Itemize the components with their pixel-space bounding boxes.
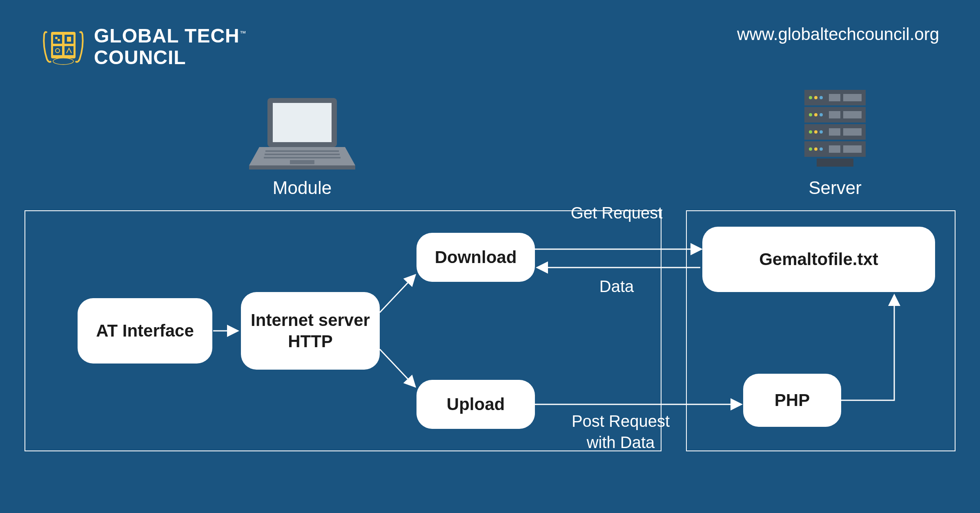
svg-point-27 — [809, 130, 812, 134]
svg-rect-40 — [843, 145, 862, 153]
svg-point-25 — [814, 113, 817, 116]
svg-rect-1 — [53, 35, 62, 44]
svg-rect-37 — [829, 128, 840, 136]
node-php: PHP — [743, 374, 841, 427]
svg-point-24 — [809, 113, 812, 116]
svg-point-30 — [809, 147, 812, 151]
svg-point-31 — [814, 147, 817, 151]
svg-rect-3 — [53, 46, 62, 55]
module-icon-group: Module — [245, 94, 359, 198]
logo-emblem-icon — [41, 25, 86, 69]
laptop-icon — [245, 94, 359, 172]
svg-point-32 — [820, 147, 823, 151]
svg-rect-14 — [264, 157, 341, 158]
logo-area: GLOBAL TECH™ COUNCIL — [41, 25, 247, 69]
header: GLOBAL TECH™ COUNCIL www.globaltechcounc… — [0, 0, 980, 69]
icons-row: Module Server — [0, 69, 980, 198]
logo-line1: GLOBAL TECH — [94, 25, 240, 47]
svg-rect-20 — [817, 158, 853, 167]
server-icon — [792, 86, 878, 172]
svg-rect-11 — [273, 103, 332, 142]
diagram-area: AT Interface Internet server HTTP Downlo… — [24, 210, 956, 496]
svg-rect-36 — [843, 111, 862, 118]
svg-rect-39 — [829, 145, 840, 153]
svg-rect-33 — [829, 94, 840, 101]
logo-text: GLOBAL TECH™ COUNCIL — [94, 25, 247, 69]
logo-line2: COUNCIL — [94, 47, 186, 68]
svg-point-6 — [58, 39, 60, 41]
node-internet-server: Internet server HTTP — [241, 292, 380, 370]
svg-point-28 — [814, 130, 817, 134]
node-upload: Upload — [416, 380, 535, 429]
svg-point-22 — [814, 96, 817, 99]
svg-rect-38 — [843, 128, 862, 136]
label-post-request: Post Request with Data — [568, 410, 674, 453]
svg-rect-12 — [265, 150, 339, 152]
label-data: Data — [568, 276, 666, 297]
svg-rect-7 — [67, 37, 71, 42]
url-text: www.globaltechcouncil.org — [737, 25, 939, 44]
module-label: Module — [273, 178, 332, 198]
svg-rect-35 — [829, 111, 840, 118]
svg-point-26 — [820, 113, 823, 116]
server-icon-group: Server — [792, 86, 878, 198]
svg-point-9 — [53, 58, 74, 65]
svg-rect-13 — [265, 154, 340, 155]
svg-rect-15 — [290, 160, 314, 164]
svg-point-21 — [809, 96, 812, 99]
node-gemaltofile: Gemaltofile.txt — [702, 227, 935, 292]
svg-point-5 — [55, 37, 58, 39]
svg-point-23 — [820, 96, 823, 99]
node-download: Download — [416, 233, 535, 282]
node-at-interface: AT Interface — [78, 298, 212, 364]
server-label: Server — [808, 178, 862, 198]
tm-mark: ™ — [240, 30, 247, 37]
label-get-request: Get Request — [568, 202, 666, 223]
svg-rect-34 — [843, 94, 862, 101]
svg-point-29 — [820, 130, 823, 134]
